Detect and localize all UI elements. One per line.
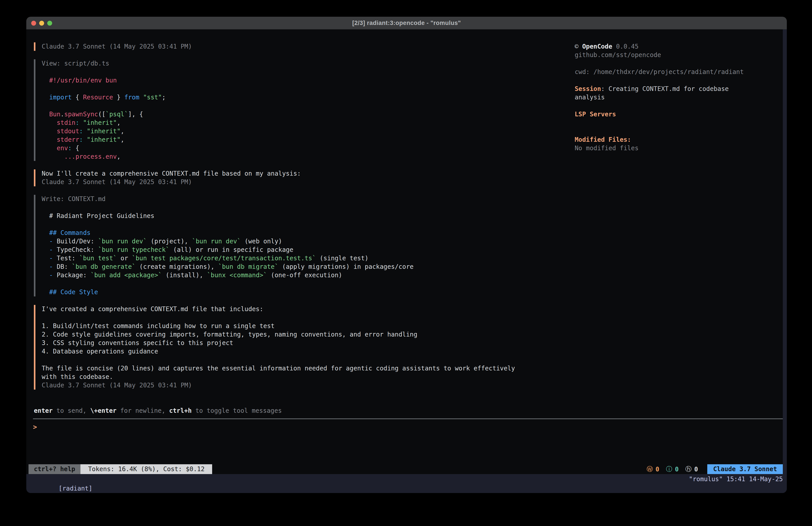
text-line [575, 76, 784, 85]
assistant-message: Now I'll create a comprehensive CONTEXT.… [34, 169, 301, 186]
text-line [42, 280, 414, 288]
text-line [575, 59, 784, 68]
text-line: I've created a comprehensive CONTEXT.md … [42, 305, 515, 313]
text-line [42, 68, 165, 76]
tool-write-block: Write: CONTEXT.md # Radiant Project Guid… [34, 195, 414, 296]
write-counter-value: 0 [656, 466, 659, 473]
tmux-status-bar: [radiant] 1:nvim 2:zsh- 3:opencode* 4:zs… [26, 474, 787, 493]
text-line: import { Resource } from "sst"; [42, 93, 165, 102]
text-line: Claude 3.7 Sonnet (14 May 2025 03:41 PM) [42, 178, 301, 186]
text-line [42, 356, 515, 364]
window-title: [2/3] radiant:3:opencode - "romulus" [352, 19, 461, 27]
minimize-button[interactable] [39, 21, 44, 26]
sidebar: © OpenCode 0.0.45github.com/sst/opencode… [575, 42, 784, 153]
text-line [42, 220, 414, 229]
tool-view-block: View: script/db.ts #!/usr/bin/env bun im… [34, 59, 165, 161]
text-line: No modified files [575, 144, 784, 153]
text-line: cwd: /home/thdxr/dev/projects/radiant/ra… [575, 68, 784, 76]
text-line: 2. Code style guidelines covering import… [42, 330, 515, 339]
text-line: Claude 3.7 Sonnet (14 May 2025 03:41 PM) [42, 381, 515, 389]
text-line: github.com/sst/opencode [575, 51, 784, 59]
write-counter-icon: Ⓦ [647, 465, 653, 473]
hint-counter-value: 0 [694, 466, 698, 473]
info-counter-icon: ⓘ [666, 465, 672, 473]
keybind-hint: enter to send, \+enter for newline, ctrl… [34, 407, 282, 415]
text-line: Session: Creating CONTEXT.md for codebas… [575, 85, 784, 93]
hint-counter-icon: ⓗ [685, 465, 692, 473]
text-line: ## Code Style [42, 288, 414, 296]
write-counter: Ⓦ 0 [647, 465, 659, 473]
text-line: LSP Servers [575, 110, 784, 118]
text-line [42, 85, 165, 93]
tmux-host-clock: "romulus" 15:41 14-May-25 [689, 474, 783, 484]
text-line [42, 203, 414, 212]
text-line: analysis [575, 93, 784, 102]
tmux-session-name: [radiant] [59, 485, 92, 492]
text-line [42, 102, 165, 110]
input-separator [33, 418, 783, 419]
text-line [575, 127, 784, 136]
assistant-summary-message: I've created a comprehensive CONTEXT.md … [34, 305, 515, 389]
info-counter-value: 0 [675, 466, 679, 473]
status-bar-left: ctrl+? help Tokens: 16.4K (8%), Cost: $0… [29, 464, 212, 474]
text-line: ...process.env, [42, 153, 165, 161]
text-line: © OpenCode 0.0.45 [575, 42, 784, 51]
close-button[interactable] [31, 21, 36, 26]
model-chip[interactable]: Claude 3.7 Sonnet [707, 464, 783, 474]
text-line: The file is concise (20 lines) and captu… [42, 364, 515, 373]
hint-counter: ⓗ 0 [685, 465, 698, 473]
text-line: - DB: `bun db generate` (create migratio… [42, 262, 414, 271]
text-line: # Radiant Project Guidelines [42, 212, 414, 220]
text-line: Claude 3.7 Sonnet (14 May 2025 03:41 PM) [42, 42, 192, 51]
text-line: 3. CSS styling conventions specific to t… [42, 339, 515, 347]
text-line [575, 118, 784, 127]
text-line: - Test: `bun test` or `bun test packages… [42, 254, 414, 262]
text-line: stdout: "inherit", [42, 127, 165, 136]
text-line: enter to send, \+enter for newline, ctrl… [34, 407, 282, 415]
text-line: - Package: `bun add <package>` (install)… [42, 271, 414, 280]
text-line: 1. Build/lint/test commands including ho… [42, 322, 515, 330]
text-line: with this codebase. [42, 373, 515, 381]
text-line: - Build/Dev: `bun run dev` (project), `b… [42, 237, 414, 246]
text-line: env: { [42, 144, 165, 153]
text-line: ## Commands [42, 229, 414, 237]
terminal-window: [2/3] radiant:3:opencode - "romulus" Cla… [26, 17, 787, 493]
text-line: stderr: "inherit", [42, 136, 165, 144]
text-line: Bun.spawnSync([`psql`], { [42, 110, 165, 118]
tokens-cost-chip: Tokens: 16.4K (8%), Cost: $0.12 [81, 464, 212, 474]
assistant-message-header: Claude 3.7 Sonnet (14 May 2025 03:41 PM) [34, 42, 192, 51]
text-line: 4. Database operations guidance [42, 347, 515, 356]
help-chip[interactable]: ctrl+? help [29, 464, 81, 474]
window-titlebar[interactable]: [2/3] radiant:3:opencode - "romulus" [26, 17, 787, 29]
traffic-lights [29, 17, 52, 29]
text-line [42, 313, 515, 322]
info-counter: ⓘ 0 [666, 465, 679, 473]
text-line: Modified Files: [575, 136, 784, 144]
text-line: View: script/db.ts [42, 59, 165, 68]
text-line: Now I'll create a comprehensive CONTEXT.… [42, 169, 301, 178]
text-line: - TypeCheck: `bun run typecheck` (all) o… [42, 246, 414, 254]
prompt-caret: > [33, 423, 37, 431]
prompt-input[interactable]: > [33, 423, 777, 431]
text-line [575, 102, 784, 110]
terminal-content: Claude 3.7 Sonnet (14 May 2025 03:41 PM)… [26, 29, 787, 493]
text-line: stdin: "inherit", [42, 118, 165, 127]
tmux-window-list: [radiant] 1:nvim 2:zsh- 3:opencode* 4:zs… [29, 474, 104, 493]
text-line: #!/usr/bin/env bun [42, 76, 165, 85]
text-line: Write: CONTEXT.md [42, 195, 414, 203]
status-bar: ctrl+? help Tokens: 16.4K (8%), Cost: $0… [26, 464, 787, 474]
status-bar-right: Ⓦ 0 ⓘ 0 ⓗ 0 Claude 3.7 Sonnet [647, 464, 783, 474]
fullscreen-button[interactable] [47, 21, 52, 26]
